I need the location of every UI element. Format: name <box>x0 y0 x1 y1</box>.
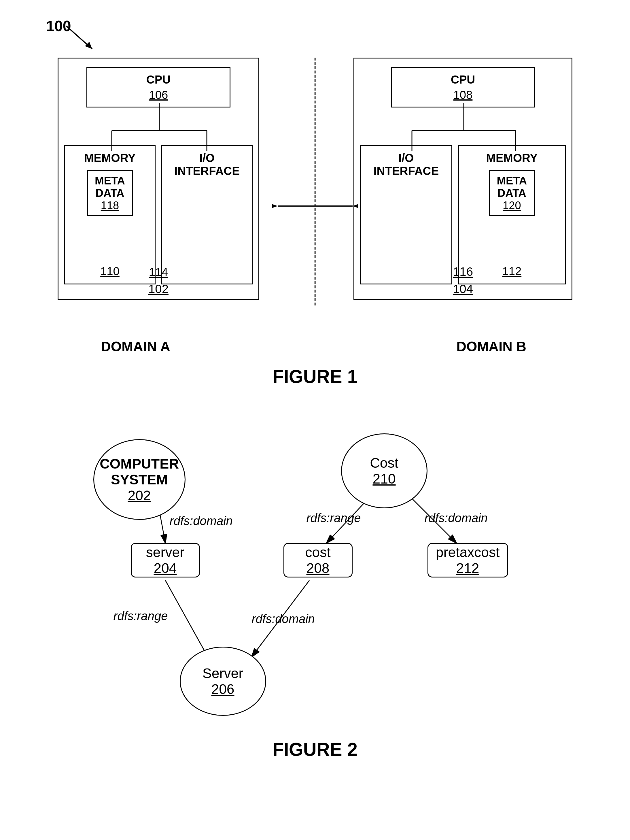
figure2-title: FIGURE 2 <box>23 739 607 760</box>
domain-a-label: DOMAIN A <box>101 339 170 354</box>
horizontal-arrow <box>272 199 358 215</box>
cost-rect-node: cost 208 <box>284 543 353 578</box>
memory-a-label: MEMORY <box>71 152 149 164</box>
memory-a: MEMORY METADATA 118 110 <box>64 145 156 284</box>
memory-b-number: 112 <box>459 265 565 278</box>
cost-rect-number: 208 <box>306 560 329 576</box>
cpu-b-label: CPU <box>397 73 529 86</box>
figure2-container: COMPUTERSYSTEM 202 server 204 Server 206… <box>23 411 607 760</box>
cost-rect-label: cost <box>305 544 331 560</box>
memory-b-label: MEMORY <box>465 152 559 164</box>
edge-label-domain3: rdfs:domain <box>425 511 488 525</box>
domain-b-label: DOMAIN B <box>456 339 526 354</box>
figure1-title: FIGURE 1 <box>23 366 607 387</box>
domain-a-number: 102 <box>58 282 258 296</box>
io-b-label: I/OINTERFACE <box>367 152 446 177</box>
io-a: I/OINTERFACE 114 <box>161 145 253 284</box>
server-rect-label: server <box>146 544 184 560</box>
cost-ellipse-number: 210 <box>372 471 395 487</box>
page: 100 CPU 106 <box>0 0 630 801</box>
pretaxcost-node: pretaxcost 212 <box>427 543 508 578</box>
domain-b-number: 104 <box>354 282 572 296</box>
io-b: I/OINTERFACE 116 <box>360 145 452 284</box>
cpu-a-label: CPU <box>93 73 224 86</box>
cost-ellipse-label: Cost <box>370 455 398 471</box>
metadata-b-label: METADATA <box>493 175 531 199</box>
cs-number: 202 <box>128 488 151 504</box>
fig2-diagram: COMPUTERSYSTEM 202 server 204 Server 206… <box>56 411 575 727</box>
pretaxcost-number: 212 <box>456 560 479 576</box>
center-dashed-line <box>314 58 316 305</box>
computer-system-node: COMPUTERSYSTEM 202 <box>93 439 186 520</box>
pretaxcost-label: pretaxcost <box>436 544 499 560</box>
metadata-b-number: 120 <box>503 199 521 212</box>
domain-b-box: CPU 108 I/OINTERFACE 116 <box>353 58 572 300</box>
server-ellipse-number: 206 <box>211 681 234 697</box>
domain-a-box: CPU 106 MEMORY <box>58 58 259 300</box>
cpu-b: CPU 108 <box>391 67 535 107</box>
io-a-number: 114 <box>64 266 253 279</box>
server-ellipse-node: Server 206 <box>180 647 266 716</box>
server-ellipse-label: Server <box>203 665 243 681</box>
server-rect-node: server 204 <box>131 543 200 578</box>
metadata-a-number: 118 <box>101 199 119 212</box>
figure1-container: 100 CPU 106 <box>23 17 607 387</box>
svg-line-15 <box>165 580 209 658</box>
io-a-label: I/OINTERFACE <box>168 152 246 177</box>
cs-label: COMPUTERSYSTEM <box>100 456 179 488</box>
edge-label-range2: rdfs:range <box>307 511 361 525</box>
metadata-a-label: METADATA <box>91 175 129 199</box>
cost-ellipse-node: Cost 210 <box>341 433 427 508</box>
cpu-a: CPU 106 <box>87 67 230 107</box>
metadata-a: METADATA 118 <box>87 170 133 216</box>
memory-b: MEMORY METADATA 120 112 <box>458 145 566 284</box>
edge-label-domain1: rdfs:domain <box>170 514 233 528</box>
server-rect-number: 204 <box>154 560 176 576</box>
cpu-b-number: 108 <box>397 88 529 101</box>
edge-label-range1: rdfs:range <box>113 609 168 623</box>
edge-label-domain2: rdfs:domain <box>252 612 315 626</box>
cpu-a-number: 106 <box>93 88 224 101</box>
domain-a-bottom: MEMORY METADATA 118 110 I/OINTERFACE 114 <box>64 145 253 284</box>
metadata-b: METADATA 120 <box>489 170 535 216</box>
